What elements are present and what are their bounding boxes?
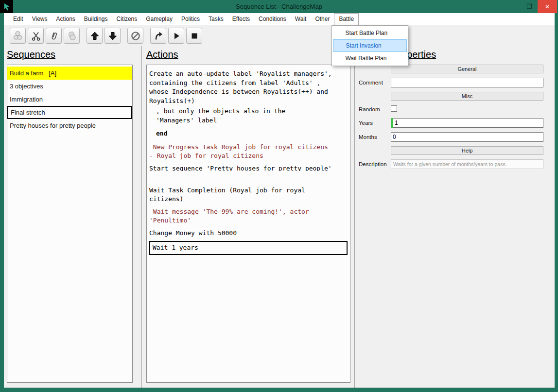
months-label: Months — [359, 134, 389, 140]
action-item[interactable]: end — [149, 129, 348, 138]
new-sequence-icon — [13, 31, 23, 41]
menu-edit[interactable]: Edit — [9, 13, 28, 25]
sequence-item[interactable]: Final stretch — [7, 106, 132, 119]
menubar: Edit Views Actions Buildings Citizens Ga… — [4, 13, 555, 25]
description-text: Waits for a given number of months/years… — [391, 159, 543, 169]
random-checkbox[interactable] — [391, 105, 397, 112]
sequence-item[interactable]: Immigration — [7, 93, 132, 106]
properties-grid: General Comment Misc Random Years Months… — [358, 65, 552, 169]
cursor-icon — [2, 2, 11, 11]
move-down-icon — [107, 31, 118, 41]
action-item[interactable]: Create an auto-update label 'Royalist ma… — [149, 69, 348, 105]
menu-effects[interactable]: Effects — [228, 13, 254, 25]
disable-icon — [130, 31, 141, 41]
maximize-button[interactable]: ❐ — [521, 0, 538, 13]
months-field[interactable] — [391, 132, 543, 142]
minimize-button[interactable]: – — [505, 0, 521, 13]
properties-heading: Properties — [392, 49, 552, 60]
menu-other[interactable]: Other — [311, 13, 334, 25]
action-item[interactable]: , but only the objects also in the 'Mana… — [149, 107, 348, 125]
menu-battle-label: Battle — [339, 16, 354, 22]
actions-panel: Actions Create an auto-update label 'Roy… — [142, 46, 355, 388]
random-label: Random — [359, 106, 389, 112]
move-up-button[interactable] — [87, 28, 103, 44]
play-button[interactable] — [168, 28, 184, 44]
window-title: Sequence List - ChallengeMap — [0, 3, 558, 10]
action-item-selected[interactable]: Wait 1 years — [149, 241, 348, 255]
close-button[interactable]: ✕ — [538, 0, 557, 13]
menu-item-start-battle-plan[interactable]: Start Battle Plan — [333, 27, 407, 39]
toolbar — [4, 25, 555, 46]
menu-conditions[interactable]: Conditions — [254, 13, 291, 25]
sequence-item[interactable]: 3 objectives — [7, 80, 132, 93]
main-content: Sequences Build a farm [A] 3 objectives … — [4, 46, 555, 388]
menu-actions[interactable]: Actions — [52, 13, 79, 25]
random-row — [391, 105, 543, 114]
misc-section-header[interactable]: Misc — [391, 92, 543, 101]
menu-battle[interactable]: Battle Start Battle Plan Start Invasion … — [334, 13, 359, 25]
menu-item-wait-battle-plan[interactable]: Wait Battle Plan — [333, 52, 407, 65]
menu-tasks[interactable]: Tasks — [204, 13, 228, 25]
action-item[interactable]: Start sequence 'Pretty houses for pretty… — [149, 164, 348, 171]
stop-icon — [189, 31, 200, 41]
comment-field[interactable] — [391, 78, 543, 87]
menu-gameplay[interactable]: Gameplay — [141, 13, 177, 25]
sequences-list[interactable]: Build a farm [A] 3 objectives Immigratio… — [7, 65, 133, 383]
menu-politics[interactable]: Politics — [177, 13, 204, 25]
cut-icon — [31, 31, 41, 41]
app-icon — [0, 0, 13, 13]
actions-list[interactable]: Create an auto-update label 'Royalist ma… — [146, 65, 350, 383]
action-item[interactable]: New Progress Task Royal job for royal ci… — [149, 143, 348, 161]
return-button[interactable] — [150, 28, 166, 44]
attach-icon — [49, 31, 59, 41]
years-field[interactable] — [393, 118, 543, 128]
battle-dropdown-menu: Start Battle Plan Start Invasion Wait Ba… — [331, 25, 408, 66]
description-label: Description — [359, 161, 389, 167]
menu-buildings[interactable]: Buildings — [80, 13, 112, 25]
play-icon — [171, 31, 182, 41]
stop-button[interactable] — [186, 28, 202, 44]
help-section-header[interactable]: Help — [391, 146, 543, 155]
comment-label: Comment — [359, 80, 389, 85]
action-item[interactable]: Wait Task Completion (Royal job for roya… — [149, 186, 348, 204]
action-item[interactable]: Change Money with 50000 — [149, 229, 348, 238]
menu-item-start-invasion[interactable]: Start Invasion — [333, 39, 407, 52]
sequences-panel: Sequences Build a farm [A] 3 objectives … — [4, 46, 142, 388]
move-up-icon — [89, 31, 100, 41]
sequence-item[interactable]: Pretty houses for pretty people — [7, 119, 132, 132]
attach-button[interactable] — [46, 28, 62, 44]
properties-panel: Properties General Comment Misc Random Y… — [355, 46, 555, 388]
window-controls: – ❐ ✕ — [505, 0, 558, 13]
actions-heading: Actions — [146, 49, 354, 60]
titlebar: Sequence List - ChallengeMap – ❐ ✕ — [0, 0, 558, 13]
sequence-item[interactable]: Build a farm [A] — [7, 67, 132, 80]
copy-icon — [67, 31, 77, 41]
cut-button[interactable] — [28, 28, 44, 44]
return-icon — [153, 31, 164, 41]
general-section-header[interactable]: General — [391, 65, 543, 73]
move-down-button[interactable] — [105, 28, 121, 44]
new-sequence-button[interactable] — [10, 28, 26, 44]
years-label: Years — [359, 120, 389, 126]
action-item[interactable]: Wait message 'The 99% are coming!', acto… — [149, 207, 348, 225]
menu-citizens[interactable]: Citizens — [112, 13, 142, 25]
window-body: Edit Views Actions Buildings Citizens Ga… — [4, 13, 555, 388]
copy-button[interactable] — [64, 28, 80, 44]
menu-views[interactable]: Views — [28, 13, 52, 25]
disable-button[interactable] — [127, 28, 143, 44]
menu-wait[interactable]: Wait — [291, 13, 311, 25]
sequences-heading: Sequences — [7, 49, 141, 60]
years-field-wrap — [391, 118, 543, 128]
